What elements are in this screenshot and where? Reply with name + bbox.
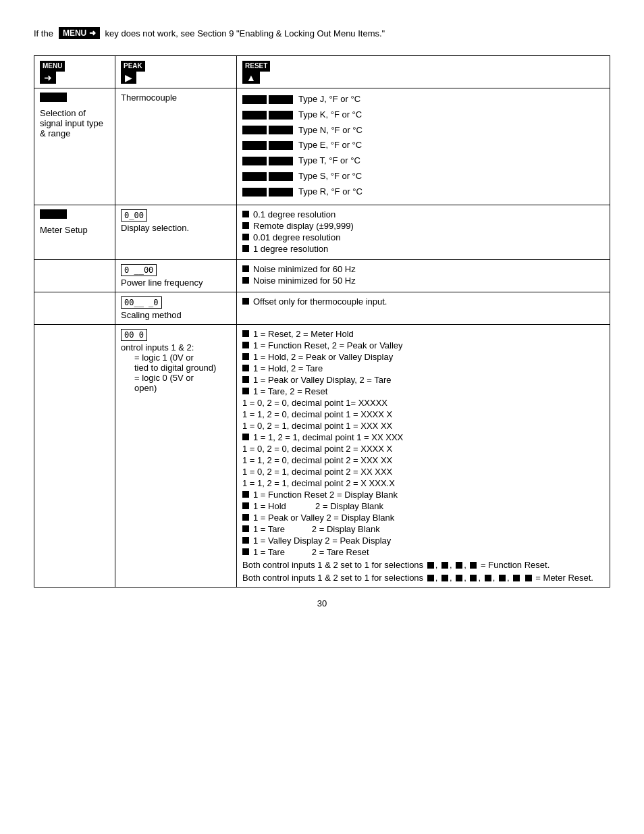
tc-type-k-bars xyxy=(242,111,293,120)
fsq9 xyxy=(485,575,491,581)
ctrl-opt-16-text: 1 = Peak or Valley 2 = Display Blank xyxy=(253,513,394,523)
display-opt-1: 0.1 degree resolution xyxy=(242,209,604,219)
ctrl-opt-8-text: 1 = 0, 2 = 1, decimal point 1 = XXX XX xyxy=(242,421,392,431)
ctrl-opt-9-text: 1 = 1, 2 = 1, decimal point 1 = XX XXX xyxy=(253,432,403,442)
row4-col2: 00__ _0 Scaling method xyxy=(115,292,237,324)
bar1 xyxy=(242,172,267,181)
row5-col3: 1 = Reset, 2 = Meter Hold 1 = Function R… xyxy=(237,324,610,587)
control-detail-2: tied to digital ground) xyxy=(121,363,216,373)
bar1 xyxy=(242,141,267,150)
display-code-r3: 0 __00 xyxy=(121,264,157,276)
ctrl-opt-12: 1 = 0, 2 = 1, decimal point 2 = XX XXX xyxy=(242,467,604,477)
row-power-line: 0 __00 Power line frequency Noise minimi… xyxy=(34,259,610,292)
tc-type-s-row: Type S, °F or °C xyxy=(242,170,604,184)
bullet-s1 xyxy=(242,298,249,305)
thermocouple-label: Thermocouple xyxy=(121,93,177,103)
bullet-4 xyxy=(242,245,249,252)
row2-col3: 0.1 degree resolution Remote display (±9… xyxy=(237,205,610,259)
display-code-r4: 00__ _0 xyxy=(121,296,162,309)
ctrl-opt-9: 1 = 1, 2 = 1, decimal point 1 = XX XXX xyxy=(242,432,604,442)
tc-type-n-bars xyxy=(242,126,293,134)
b2 xyxy=(242,353,249,360)
tc-type-e-row: Type E, °F or °C xyxy=(242,138,604,153)
main-table: MENU ➜ PEAK ▶ RESET ▲ Selection of signa… xyxy=(34,55,610,588)
tc-type-r-bars xyxy=(242,188,293,197)
fsq1 xyxy=(427,562,434,569)
row-scaling: 00__ _0 Scaling method Offset only for t… xyxy=(34,292,610,324)
ctrl-opt-7-text: 1 = 1, 2 = 0, decimal point 1 = XXXX X xyxy=(242,409,392,419)
bullet-p2 xyxy=(242,277,249,284)
tc-type-t-row: Type T, °F or °C xyxy=(242,154,604,168)
b4 xyxy=(242,376,249,383)
bar2 xyxy=(269,188,293,197)
header-col3: RESET ▲ xyxy=(237,56,610,88)
ctrl-opt-6-text: 1 = 0, 2 = 0, decimal point 1= XXXXX xyxy=(242,398,387,408)
footer1-line: Both control inputs 1 & 2 set to 1 for s… xyxy=(242,560,604,570)
tc-type-k-label: Type K, °F or °C xyxy=(298,108,362,122)
ctrl-opt-18-text: 1 = Valley Display 2 = Peak Display xyxy=(253,536,391,546)
display-opt-3: 0.01 degree resolution xyxy=(242,232,604,242)
display-code-r2: 0_00 xyxy=(121,209,147,221)
b17 xyxy=(242,525,249,532)
bar2 xyxy=(269,95,293,104)
tc-type-j-label: Type J, °F or °C xyxy=(298,93,360,107)
display-code-r5: 00 0 xyxy=(121,329,147,341)
ctrl-opt-10-text: 1 = 0, 2 = 0, decimal point 2 = XXXX X xyxy=(242,444,392,454)
tc-type-j-bars xyxy=(242,95,293,104)
ctrl-opt-19-text: 1 = Tare 2 = Tare Reset xyxy=(253,547,369,557)
ctrl-opt-13-text: 1 = 1, 2 = 1, decimal point 2 = X XXX.X xyxy=(242,478,395,488)
ctrl-opt-17-text: 1 = Tare 2 = Display Blank xyxy=(253,524,380,534)
tc-type-s-label: Type S, °F or °C xyxy=(298,170,362,184)
tc-type-j-row: Type J, °F or °C xyxy=(242,93,604,107)
ctrl-opt-15-text: 1 = Hold 2 = Display Blank xyxy=(253,501,383,511)
ctrl-opt-0-text: 1 = Reset, 2 = Meter Hold xyxy=(253,329,354,339)
row1-col2: Thermocouple xyxy=(115,88,237,205)
bar2 xyxy=(269,157,293,165)
ctrl-opt-4-text: 1 = Peak or Valley Display, 2 = Tare xyxy=(253,375,392,385)
b0 xyxy=(242,330,249,337)
b1 xyxy=(242,342,249,348)
opt2-text: Remote display (±99,999) xyxy=(253,221,354,231)
intro-line: If the MENU ➜ key does not work, see Sec… xyxy=(34,27,610,39)
ctrl-opt-15: 1 = Hold 2 = Display Blank xyxy=(242,501,604,511)
power-opt1-text: Noise minimized for 60 Hz xyxy=(253,264,356,274)
ctrl-opt-11: 1 = 1, 2 = 0, decimal point 2 = XXX XX xyxy=(242,455,604,465)
ctrl-opt-19: 1 = Tare 2 = Tare Reset xyxy=(242,547,604,557)
fsq8 xyxy=(470,575,477,581)
scaling-opt1-text: Offset only for thermocouple input. xyxy=(253,296,387,307)
row1-col1: Selection of signal input type & range xyxy=(34,88,115,205)
reset-button-label: RESET xyxy=(242,61,270,72)
power-opt-2: Noise minimized for 50 Hz xyxy=(242,276,604,286)
ctrl-opt-7: 1 = 1, 2 = 0, decimal point 1 = XXXX X xyxy=(242,409,604,419)
row3-col1 xyxy=(34,259,115,292)
row2-col1: Meter Setup xyxy=(34,205,115,259)
peak-arrow-icon: ▶ xyxy=(121,72,136,84)
row4-col1 xyxy=(34,292,115,324)
bar1 xyxy=(242,95,267,104)
opt3-text: 0.01 degree resolution xyxy=(253,232,340,242)
tc-types-list: Type J, °F or °C Type K, °F or °C xyxy=(242,93,604,199)
tc-type-k-row: Type K, °F or °C xyxy=(242,108,604,122)
fsq7 xyxy=(456,575,462,581)
tc-type-s-bars xyxy=(242,172,293,181)
row1-col3: Type J, °F or °C Type K, °F or °C xyxy=(237,88,610,205)
tc-type-e-bars xyxy=(242,141,293,150)
fsq12 xyxy=(525,575,532,581)
opt1-text: 0.1 degree resolution xyxy=(253,209,336,219)
bar1 xyxy=(242,188,267,197)
b14 xyxy=(242,491,249,498)
control-detail-1: = logic 1 (0V or xyxy=(121,353,194,363)
ctrl-opt-2: 1 = Hold, 2 = Peak or Valley Display xyxy=(242,352,604,362)
bullet-1 xyxy=(242,211,249,217)
b9 xyxy=(242,434,249,440)
power-opt-1: Noise minimized for 60 Hz xyxy=(242,264,604,274)
control-detail-4: open) xyxy=(121,383,157,393)
header-col2: PEAK ▶ xyxy=(115,56,237,88)
bullet-p1 xyxy=(242,265,249,272)
row4-col3: Offset only for thermocouple input. xyxy=(237,292,610,324)
row3-col2: 0 __00 Power line frequency xyxy=(115,259,237,292)
intro-prefix: If the xyxy=(34,28,53,38)
fsq2 xyxy=(441,562,448,569)
tc-type-n-label: Type N, °F or °C xyxy=(298,124,363,138)
row-thermocouple: Selection of signal input type & range T… xyxy=(34,88,610,205)
